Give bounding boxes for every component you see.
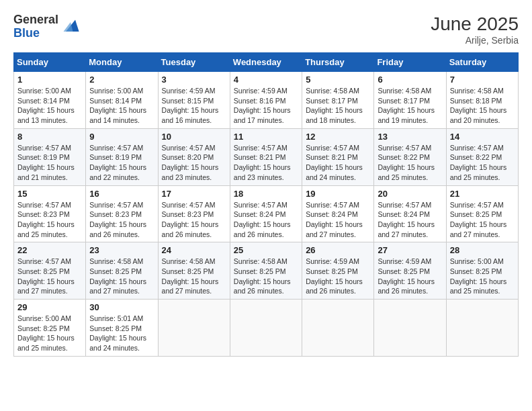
daylight-label: Daylight: 15 hours and 27 minutes.: [89, 277, 146, 295]
daylight-label: Daylight: 15 hours and 23 minutes.: [234, 163, 291, 181]
daylight-label: Daylight: 15 hours and 21 minutes.: [17, 163, 75, 181]
sunrise-label: Sunrise: 4:59 AM: [378, 257, 431, 265]
table-row: 13 Sunrise: 4:57 AM Sunset: 8:22 PM Dayl…: [374, 128, 446, 185]
day-number: 16: [89, 189, 154, 199]
day-number: 9: [89, 132, 154, 142]
day-number: 18: [234, 189, 298, 199]
day-number: 2: [89, 75, 154, 85]
day-info: Sunrise: 4:57 AM Sunset: 8:19 PM Dayligh…: [89, 143, 154, 183]
sunset-label: Sunset: 8:24 PM: [306, 210, 358, 218]
daylight-label: Daylight: 15 hours and 26 minutes.: [234, 277, 291, 295]
sunrise-label: Sunrise: 4:57 AM: [306, 201, 359, 209]
daylight-label: Daylight: 15 hours and 26 minutes.: [306, 277, 363, 295]
day-number: 23: [89, 245, 154, 255]
sunset-label: Sunset: 8:21 PM: [306, 153, 358, 161]
sunset-label: Sunset: 8:22 PM: [378, 153, 430, 161]
day-info: Sunrise: 4:57 AM Sunset: 8:20 PM Dayligh…: [162, 143, 226, 183]
sunrise-label: Sunrise: 4:57 AM: [89, 144, 143, 152]
day-info: Sunrise: 5:00 AM Sunset: 8:14 PM Dayligh…: [17, 86, 82, 126]
day-number: 1: [17, 75, 82, 85]
day-number: 19: [306, 189, 370, 199]
sunrise-label: Sunrise: 4:58 AM: [89, 257, 143, 265]
sunrise-label: Sunrise: 4:57 AM: [17, 144, 71, 152]
sunset-label: Sunset: 8:14 PM: [17, 97, 70, 105]
sunset-label: Sunset: 8:19 PM: [89, 153, 142, 161]
table-row: 18 Sunrise: 4:57 AM Sunset: 8:24 PM Dayl…: [230, 185, 302, 242]
day-info: Sunrise: 4:57 AM Sunset: 8:25 PM Dayligh…: [17, 257, 82, 296]
table-row: 6 Sunrise: 4:58 AM Sunset: 8:17 PM Dayli…: [374, 72, 446, 129]
daylight-label: Daylight: 15 hours and 25 minutes.: [450, 277, 507, 295]
calendar-week-row: 1 Sunrise: 5:00 AM Sunset: 8:14 PM Dayli…: [14, 72, 519, 129]
daylight-label: Daylight: 15 hours and 27 minutes.: [306, 220, 363, 238]
day-info: Sunrise: 5:01 AM Sunset: 8:25 PM Dayligh…: [89, 314, 154, 353]
col-sunday: Sunday: [14, 53, 86, 72]
sunset-label: Sunset: 8:22 PM: [450, 153, 502, 161]
day-info: Sunrise: 4:57 AM Sunset: 8:21 PM Dayligh…: [306, 143, 370, 183]
table-row: 2 Sunrise: 5:00 AM Sunset: 8:14 PM Dayli…: [86, 72, 158, 129]
sunset-label: Sunset: 8:18 PM: [450, 97, 502, 105]
day-info: Sunrise: 5:00 AM Sunset: 8:25 PM Dayligh…: [450, 257, 515, 296]
day-number: 15: [17, 189, 82, 199]
day-info: Sunrise: 4:58 AM Sunset: 8:25 PM Dayligh…: [234, 257, 298, 296]
day-number: 28: [450, 245, 515, 255]
day-info: Sunrise: 4:59 AM Sunset: 8:25 PM Dayligh…: [378, 257, 442, 296]
table-row: 24 Sunrise: 4:58 AM Sunset: 8:25 PM Dayl…: [158, 242, 230, 300]
location-subtitle: Arilje, Serbia: [431, 35, 519, 46]
table-row: 11 Sunrise: 4:57 AM Sunset: 8:21 PM Dayl…: [230, 128, 302, 185]
table-row: 25 Sunrise: 4:58 AM Sunset: 8:25 PM Dayl…: [230, 242, 302, 300]
sunrise-label: Sunrise: 4:58 AM: [306, 87, 359, 95]
calendar-week-row: 8 Sunrise: 4:57 AM Sunset: 8:19 PM Dayli…: [14, 128, 519, 185]
sunrise-label: Sunrise: 4:59 AM: [162, 87, 216, 95]
day-info: Sunrise: 4:58 AM Sunset: 8:25 PM Dayligh…: [89, 257, 154, 296]
sunrise-label: Sunrise: 4:57 AM: [162, 144, 216, 152]
day-number: 17: [162, 189, 226, 199]
daylight-label: Daylight: 15 hours and 19 minutes.: [378, 106, 435, 124]
day-info: Sunrise: 4:57 AM Sunset: 8:21 PM Dayligh…: [234, 143, 298, 183]
calendar-week-row: 29 Sunrise: 5:00 AM Sunset: 8:25 PM Dayl…: [14, 300, 519, 357]
day-number: 4: [234, 75, 298, 85]
day-number: 24: [162, 245, 226, 255]
sunset-label: Sunset: 8:25 PM: [306, 267, 358, 275]
sunset-label: Sunset: 8:25 PM: [162, 267, 214, 275]
table-row: 16 Sunrise: 4:57 AM Sunset: 8:23 PM Dayl…: [86, 185, 158, 242]
sunset-label: Sunset: 8:14 PM: [89, 97, 142, 105]
table-row: 29 Sunrise: 5:00 AM Sunset: 8:25 PM Dayl…: [14, 300, 86, 357]
daylight-label: Daylight: 15 hours and 13 minutes.: [17, 106, 75, 124]
sunset-label: Sunset: 8:25 PM: [17, 267, 70, 275]
sunset-label: Sunset: 8:24 PM: [234, 210, 286, 218]
day-info: Sunrise: 4:59 AM Sunset: 8:15 PM Dayligh…: [162, 86, 226, 126]
sunset-label: Sunset: 8:25 PM: [234, 267, 286, 275]
daylight-label: Daylight: 15 hours and 26 minutes.: [89, 220, 146, 238]
day-info: Sunrise: 4:57 AM Sunset: 8:24 PM Dayligh…: [234, 200, 298, 240]
daylight-label: Daylight: 15 hours and 26 minutes.: [378, 277, 435, 295]
table-row: [158, 300, 230, 357]
sunrise-label: Sunrise: 4:57 AM: [17, 257, 71, 265]
day-number: 7: [450, 75, 515, 85]
daylight-label: Daylight: 15 hours and 16 minutes.: [162, 106, 219, 124]
sunrise-label: Sunrise: 4:57 AM: [450, 144, 504, 152]
table-row: 26 Sunrise: 4:59 AM Sunset: 8:25 PM Dayl…: [302, 242, 374, 300]
day-info: Sunrise: 4:57 AM Sunset: 8:24 PM Dayligh…: [306, 200, 370, 240]
table-row: 12 Sunrise: 4:57 AM Sunset: 8:21 PM Dayl…: [302, 128, 374, 185]
day-info: Sunrise: 4:59 AM Sunset: 8:25 PM Dayligh…: [306, 257, 370, 296]
daylight-label: Daylight: 15 hours and 27 minutes.: [378, 220, 435, 238]
daylight-label: Daylight: 15 hours and 27 minutes.: [162, 277, 219, 295]
col-monday: Monday: [86, 53, 158, 72]
day-number: 30: [89, 302, 154, 312]
daylight-label: Daylight: 15 hours and 14 minutes.: [89, 106, 146, 124]
logo: General Blue: [13, 13, 80, 40]
table-row: 3 Sunrise: 4:59 AM Sunset: 8:15 PM Dayli…: [158, 72, 230, 129]
table-row: 10 Sunrise: 4:57 AM Sunset: 8:20 PM Dayl…: [158, 128, 230, 185]
table-row: 1 Sunrise: 5:00 AM Sunset: 8:14 PM Dayli…: [14, 72, 86, 129]
daylight-label: Daylight: 15 hours and 27 minutes.: [450, 220, 507, 238]
sunrise-label: Sunrise: 4:57 AM: [234, 201, 287, 209]
day-info: Sunrise: 4:58 AM Sunset: 8:17 PM Dayligh…: [378, 86, 442, 126]
sunset-label: Sunset: 8:21 PM: [234, 153, 286, 161]
daylight-label: Daylight: 15 hours and 26 minutes.: [162, 220, 219, 238]
table-row: 8 Sunrise: 4:57 AM Sunset: 8:19 PM Dayli…: [14, 128, 86, 185]
sunrise-label: Sunrise: 4:57 AM: [17, 201, 71, 209]
day-number: 3: [162, 75, 226, 85]
calendar-header-row: Sunday Monday Tuesday Wednesday Thursday…: [14, 53, 519, 72]
daylight-label: Daylight: 15 hours and 20 minutes.: [450, 106, 507, 124]
day-number: 22: [17, 245, 82, 255]
